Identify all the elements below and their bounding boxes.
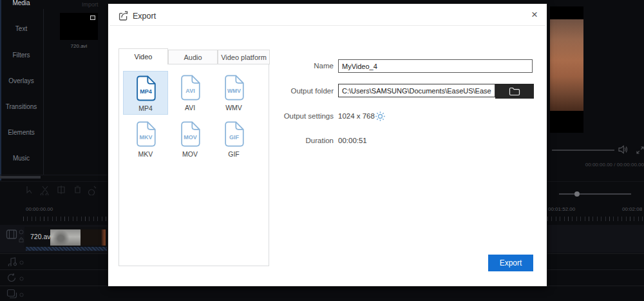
mkv-file-icon: MKV <box>135 121 156 147</box>
track-lock-icon[interactable] <box>19 277 24 281</box>
output-settings-label: Output settings <box>272 112 334 120</box>
export-button[interactable]: Export <box>488 255 533 271</box>
ruler-timestamp-mid: 00:01:52.00 <box>548 206 575 212</box>
format-option-mp4[interactable]: MP4 MP4 <box>123 71 168 115</box>
dialog-title: Export <box>133 12 156 21</box>
mp4-file-icon: MP4 <box>135 75 156 101</box>
browse-folder-button[interactable] <box>495 84 534 99</box>
track-lock-icon[interactable] <box>19 237 24 242</box>
dialog-header-divider <box>109 25 545 26</box>
format-label: MP4 <box>124 104 167 112</box>
format-option-mov[interactable]: MOV MOV <box>167 117 213 161</box>
effect-track-icon <box>6 273 17 283</box>
timeline-zoom-handle[interactable] <box>574 191 580 197</box>
format-option-wmv[interactable]: WMV WMV <box>211 71 256 115</box>
duration-value: 00:00:51 <box>338 137 367 144</box>
gif-file-icon: GIF <box>223 121 245 147</box>
svg-text:AVI: AVI <box>185 88 194 94</box>
svg-text:MKV: MKV <box>139 134 152 141</box>
track-mute-icon[interactable] <box>19 229 24 235</box>
panel-bottom-divider <box>0 175 108 175</box>
output-settings-value: 1024 x 768 <box>338 112 375 120</box>
timeline-clip-720avi[interactable]: 720.avi <box>24 227 107 248</box>
ruler-timestamp-end: 00:02:08 <box>622 206 642 212</box>
sidebar-item-media[interactable]: Media <box>0 0 43 6</box>
zoom-tool-icon <box>89 186 96 195</box>
format-option-gif[interactable]: GIF GIF <box>211 117 256 161</box>
duration-label: Duration <box>272 137 334 144</box>
pointer-tool-icon <box>27 186 32 193</box>
delete-tool-icon <box>75 186 80 193</box>
preview-seek-bar[interactable] <box>552 150 614 151</box>
tab-video[interactable]: Video <box>118 48 168 64</box>
svg-text:MP4: MP4 <box>140 88 152 95</box>
format-label: MOV <box>167 150 213 158</box>
split-tool-icon <box>58 186 64 194</box>
video-track-icon <box>6 229 19 240</box>
name-input[interactable] <box>338 59 533 73</box>
tab-audio[interactable]: Audio <box>168 50 218 64</box>
timeline-ruler-right[interactable] <box>547 217 644 221</box>
avi-file-icon: AVI <box>179 75 201 101</box>
svg-text:GIF: GIF <box>229 134 240 141</box>
timeline-ruler-left[interactable] <box>23 217 107 221</box>
format-label: WMV <box>211 104 256 112</box>
svg-text:WMV: WMV <box>227 88 241 94</box>
name-label: Name <box>272 62 334 70</box>
format-label: GIF <box>211 150 256 158</box>
track-lock-icon[interactable] <box>19 293 24 297</box>
volume-icon[interactable] <box>618 145 629 154</box>
output-folder-input[interactable] <box>338 84 495 97</box>
sidebar-item-text[interactable]: Text <box>0 25 43 32</box>
tab-video-platform[interactable]: Video platform <box>218 50 270 64</box>
clip-audio-waveform <box>26 247 107 251</box>
export-dialog-icon <box>118 10 129 21</box>
ruler-timestamp-start: 00:00:00.00 <box>26 206 53 212</box>
timeline-clip-name: 720.avi <box>30 233 52 240</box>
media-clip-name: 720.avi <box>60 43 98 49</box>
timeline-zoom-slider[interactable] <box>559 193 631 195</box>
scissors-tool-icon <box>41 186 48 195</box>
music-track-icon <box>6 257 17 266</box>
mov-file-icon: MOV <box>179 121 201 147</box>
sidebar-item-transitions[interactable]: Transitions <box>0 103 43 110</box>
format-option-mkv[interactable]: MKV MKV <box>123 117 168 161</box>
sidebar-item-overlays[interactable]: Overlays <box>0 77 43 84</box>
media-clip-thumbnail[interactable] <box>60 13 98 40</box>
output-settings-gear-button[interactable] <box>374 111 386 122</box>
timeline-toolbar[interactable] <box>24 185 102 195</box>
sidebar-item-filters[interactable]: Filters <box>0 52 43 59</box>
folder-icon <box>509 87 520 96</box>
close-icon[interactable]: × <box>526 6 544 23</box>
clip-frame-thumbnail <box>80 229 106 246</box>
format-label: AVI <box>167 104 213 112</box>
media-panel-divider <box>43 9 44 175</box>
track-lock-icon[interactable] <box>19 260 24 265</box>
media-panel-scrollbar[interactable] <box>0 176 41 179</box>
import-button[interactable]: Import <box>82 1 99 8</box>
gear-icon <box>375 111 386 122</box>
sidebar-item-elements[interactable]: Elements <box>0 129 43 136</box>
format-option-avi[interactable]: AVI AVI <box>167 71 213 115</box>
clip-frame-thumbnail <box>50 229 80 246</box>
format-label: MKV <box>123 150 168 158</box>
video-preview-image <box>550 19 583 111</box>
app-root: Media Text Filters Overlays Transitions … <box>0 0 644 301</box>
clip-corner-icon <box>90 15 95 20</box>
preview-time-display: 00:00:00.00 / 00:00:00.00 <box>585 162 644 168</box>
export-dialog: Export × Video Audio Video platform MP4 … <box>108 3 547 287</box>
svg-text:MOV: MOV <box>184 134 197 141</box>
wmv-file-icon: WMV <box>223 75 245 101</box>
sidebar-item-music[interactable]: Music <box>0 155 43 162</box>
output-folder-label: Output folder <box>272 87 334 95</box>
fullscreen-icon[interactable] <box>636 146 644 154</box>
overlay-track-icon <box>6 289 17 299</box>
video-preview-frame <box>550 6 583 133</box>
